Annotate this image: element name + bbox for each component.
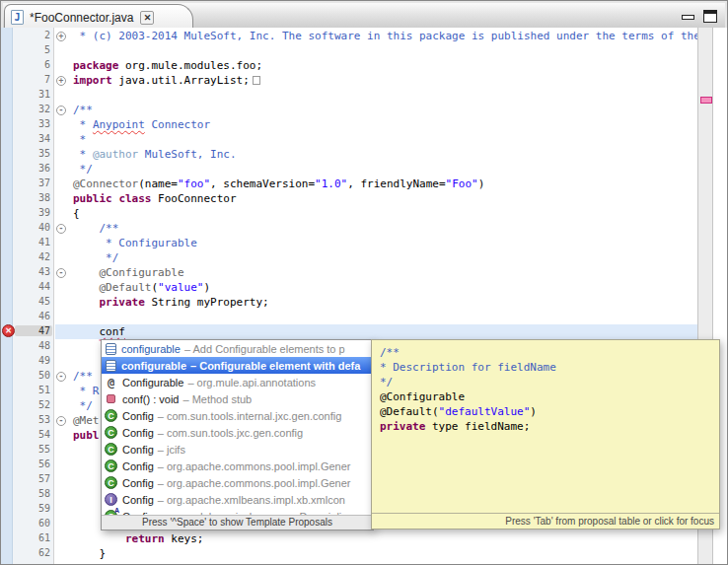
line-number: 6 (13, 59, 50, 70)
fold-collapsed-icon[interactable]: + (56, 76, 66, 86)
completion-item-name: Config (122, 494, 154, 506)
code-line[interactable]: 31 (1, 88, 697, 103)
tab-fooconnector[interactable]: J *FooConnector.java ✕ (4, 4, 193, 30)
fold-expanded-icon[interactable]: - (56, 268, 66, 278)
code-line[interactable]: 61 return keys; (1, 531, 697, 546)
tab-close-button[interactable]: ✕ (140, 11, 154, 25)
fold-expanded-icon[interactable]: - (56, 372, 66, 382)
code-line[interactable]: 34 * (1, 132, 697, 147)
code-token: /** (380, 346, 400, 359)
completion-item[interactable]: CConfig– com.sun.tools.jxc.gen.config (102, 424, 373, 441)
code-line[interactable]: 2+ * (c) 2003-2014 MuleSoft, Inc. The so… (1, 29, 697, 43)
line-number: 51 (13, 385, 50, 395)
code-line[interactable]: 33 * Anypoint Connector (1, 117, 697, 132)
code-token (73, 296, 100, 309)
code-token: FooConnector (152, 192, 237, 205)
code-token: @Configurable (100, 266, 184, 279)
code-line[interactable]: 41 * Configurable (1, 236, 697, 250)
code-line[interactable]: 42 */ (1, 250, 697, 265)
code-line[interactable]: 5 (1, 43, 697, 58)
completion-item-name: Config (122, 444, 154, 456)
completion-item[interactable]: IConfig– org.apache.xmlbeans.impl.xb.xml… (102, 491, 373, 508)
minimize-icon[interactable] (682, 15, 694, 20)
code-token: @Default( (380, 405, 439, 418)
line-number: 31 (13, 89, 50, 100)
code-line[interactable]: 40- /** (1, 221, 697, 236)
completion-item[interactable]: CAConfig– org.codehaus.jackson.map.Deser… (102, 508, 373, 515)
line-number: 46 (13, 311, 50, 321)
code-line[interactable]: 36 */ (1, 162, 697, 177)
line-number: 62 (13, 547, 50, 558)
collapsed-region-box[interactable] (253, 76, 260, 85)
completion-item-name: configurable (121, 343, 181, 355)
code-token: Anypoint (93, 118, 145, 131)
completion-item[interactable]: configurable– Add Configurable elements … (102, 340, 373, 357)
completion-item[interactable]: CConfig– com.sun.tools.internal.jxc.gen.… (102, 407, 373, 424)
maximize-icon[interactable] (703, 10, 717, 23)
error-marker-icon[interactable]: ✕ (2, 324, 15, 337)
preview-code-line: */ (380, 375, 717, 389)
code-line[interactable]: 46 (1, 310, 697, 324)
preview-code-line: private type fieldName; (380, 419, 717, 434)
code-token: "defaultValue" (439, 405, 531, 418)
completion-item-name: Config (122, 410, 154, 422)
code-line[interactable]: 35 * @author MuleSoft, Inc. (1, 147, 697, 162)
line-number: 33 (13, 118, 50, 129)
completion-item[interactable]: CConfig– org.apache.commons.pool.impl.Ge… (102, 458, 373, 474)
fold-expanded-icon[interactable]: - (56, 106, 66, 115)
code-line[interactable]: 37@Connector(name="foo", schemaVersion="… (1, 177, 697, 191)
code-token: , schemaVersion= (210, 177, 315, 190)
completion-item[interactable]: CConfig– jcifs (102, 441, 373, 458)
template-icon (106, 343, 116, 355)
line-number: 58 (13, 488, 50, 499)
code-token: "foo" (178, 177, 210, 190)
code-token: /** (73, 104, 93, 116)
code-token: String myProperty; (145, 296, 269, 309)
code-token: */ (380, 376, 393, 388)
code-line[interactable]: 7+import java.util.ArrayList; (1, 73, 697, 88)
code-token: package (73, 59, 118, 72)
preview-code-line: * Description for fieldName (380, 360, 717, 375)
tab-title: *FooConnector.java (30, 11, 133, 25)
fold-collapsed-icon[interactable]: + (56, 32, 66, 41)
code-line[interactable]: 32-/** (1, 103, 697, 117)
class-icon: C (105, 476, 117, 489)
code-line[interactable]: ✕47 conf (1, 324, 697, 339)
code-token: ) (530, 405, 537, 418)
line-number: 5 (13, 44, 50, 55)
code-token: import (73, 74, 112, 87)
template-preview-footer: Press 'Tab' from proposal table or click… (372, 513, 719, 529)
completion-item[interactable]: configurable– Configurable element with … (102, 357, 373, 374)
line-number: 43 (13, 266, 50, 277)
completion-item[interactable]: CConfig– org.apache.commons.pool.impl.Ge… (102, 474, 373, 491)
code-line[interactable]: 6package org.mule.modules.foo; (1, 58, 697, 73)
occurrence-marker[interactable] (700, 97, 712, 104)
code-line[interactable]: 43- @Configurable (1, 265, 697, 280)
completion-item-description: – Configurable element with defa (190, 360, 360, 372)
line-number: 57 (13, 473, 50, 484)
completion-item-name: Config (122, 477, 154, 489)
line-number: 50 (13, 370, 50, 381)
code-text: /** (73, 104, 93, 116)
code-token: publ (73, 429, 100, 442)
fold-expanded-icon[interactable]: - (56, 416, 66, 426)
class-icon: C (105, 409, 117, 422)
code-text: return keys; (73, 532, 203, 545)
code-text: public class FooConnector (73, 192, 237, 205)
completion-item[interactable]: conf() : void– Method stub (102, 390, 373, 407)
code-line[interactable]: 44 @Default("value") (1, 280, 697, 295)
interface-icon: I (105, 493, 117, 506)
code-text: conf (73, 325, 125, 338)
code-token: } (73, 547, 106, 560)
completion-item-name: Configurable (122, 377, 183, 388)
completion-item[interactable]: @Configurable– org.mule.api.annotations (102, 374, 373, 390)
completion-item-description: – org.apache.commons.pool.impl.Gener (158, 477, 351, 489)
code-text: /** (73, 222, 118, 235)
code-line[interactable]: 39{ (1, 206, 697, 221)
template-preview-popup[interactable]: /*** Description for fieldName*/@Configu… (371, 339, 720, 530)
code-line[interactable]: 45 private String myProperty; (1, 295, 697, 310)
code-line[interactable]: 62 } (1, 546, 697, 561)
fold-expanded-icon[interactable]: - (56, 224, 66, 234)
code-text: @Connector(name="foo", schemaVersion="1.… (73, 177, 484, 190)
code-line[interactable]: 38public class FooConnector (1, 191, 697, 206)
